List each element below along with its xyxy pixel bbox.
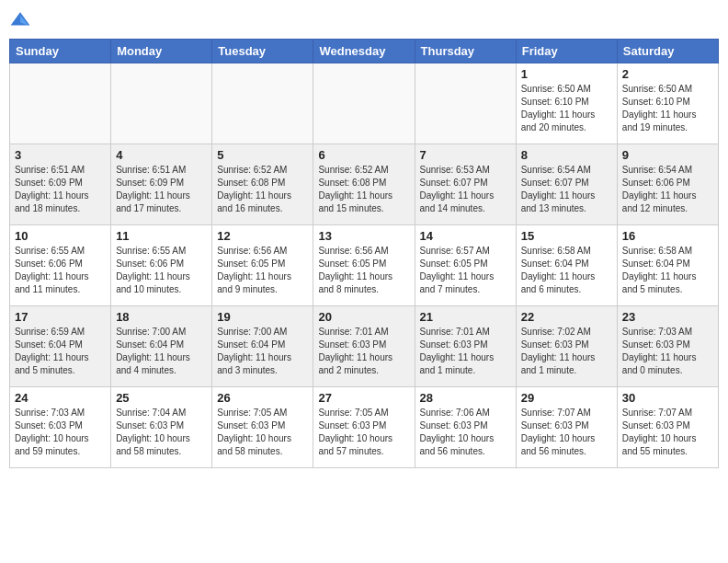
weekday-header: Tuesday xyxy=(212,40,313,63)
calendar-day-cell: 7Sunrise: 6:53 AM Sunset: 6:07 PM Daylig… xyxy=(415,144,516,225)
calendar-week-row: 17Sunrise: 6:59 AM Sunset: 6:04 PM Dayli… xyxy=(10,306,719,387)
day-info: Sunrise: 6:50 AM Sunset: 6:10 PM Dayligh… xyxy=(521,83,612,134)
weekday-header: Saturday xyxy=(617,40,718,63)
day-number: 25 xyxy=(116,391,207,405)
day-info: Sunrise: 6:55 AM Sunset: 6:06 PM Dayligh… xyxy=(116,245,207,296)
day-info: Sunrise: 6:56 AM Sunset: 6:05 PM Dayligh… xyxy=(318,245,409,296)
day-number: 5 xyxy=(217,148,308,162)
day-number: 24 xyxy=(15,391,106,405)
calendar-week-row: 10Sunrise: 6:55 AM Sunset: 6:06 PM Dayli… xyxy=(10,225,719,306)
calendar-day-cell: 11Sunrise: 6:55 AM Sunset: 6:06 PM Dayli… xyxy=(111,225,212,306)
calendar-day-cell: 14Sunrise: 6:57 AM Sunset: 6:05 PM Dayli… xyxy=(415,225,516,306)
day-info: Sunrise: 7:05 AM Sunset: 6:03 PM Dayligh… xyxy=(318,407,409,458)
day-number: 19 xyxy=(217,310,308,324)
day-number: 29 xyxy=(521,391,612,405)
day-number: 26 xyxy=(217,391,308,405)
day-number: 2 xyxy=(622,67,713,81)
calendar-day-cell: 10Sunrise: 6:55 AM Sunset: 6:06 PM Dayli… xyxy=(10,225,111,306)
calendar-day-cell: 25Sunrise: 7:04 AM Sunset: 6:03 PM Dayli… xyxy=(111,387,212,468)
day-info: Sunrise: 7:00 AM Sunset: 6:04 PM Dayligh… xyxy=(116,326,207,377)
day-info: Sunrise: 6:51 AM Sunset: 6:09 PM Dayligh… xyxy=(116,164,207,215)
page-header xyxy=(9,9,719,31)
day-info: Sunrise: 6:59 AM Sunset: 6:04 PM Dayligh… xyxy=(15,326,106,377)
day-number: 10 xyxy=(15,229,106,243)
calendar-day-cell: 12Sunrise: 6:56 AM Sunset: 6:05 PM Dayli… xyxy=(212,225,313,306)
day-number: 27 xyxy=(318,391,409,405)
calendar-day-cell: 4Sunrise: 6:51 AM Sunset: 6:09 PM Daylig… xyxy=(111,144,212,225)
day-info: Sunrise: 7:07 AM Sunset: 6:03 PM Dayligh… xyxy=(521,407,612,458)
weekday-header: Sunday xyxy=(10,40,111,63)
day-number: 13 xyxy=(318,229,409,243)
day-info: Sunrise: 7:03 AM Sunset: 6:03 PM Dayligh… xyxy=(622,326,713,377)
calendar-day-cell: 20Sunrise: 7:01 AM Sunset: 6:03 PM Dayli… xyxy=(313,306,415,387)
day-info: Sunrise: 6:58 AM Sunset: 6:04 PM Dayligh… xyxy=(622,245,713,296)
day-info: Sunrise: 6:52 AM Sunset: 6:08 PM Dayligh… xyxy=(318,164,409,215)
day-number: 7 xyxy=(420,148,511,162)
day-info: Sunrise: 7:01 AM Sunset: 6:03 PM Dayligh… xyxy=(318,326,409,377)
calendar-day-cell: 27Sunrise: 7:05 AM Sunset: 6:03 PM Dayli… xyxy=(313,387,415,468)
calendar-day-cell: 26Sunrise: 7:05 AM Sunset: 6:03 PM Dayli… xyxy=(212,387,313,468)
day-number: 17 xyxy=(15,310,106,324)
day-info: Sunrise: 7:07 AM Sunset: 6:03 PM Dayligh… xyxy=(622,407,713,458)
calendar-day-cell xyxy=(415,63,516,144)
day-number: 18 xyxy=(116,310,207,324)
day-number: 12 xyxy=(217,229,308,243)
day-number: 28 xyxy=(420,391,511,405)
day-info: Sunrise: 7:04 AM Sunset: 6:03 PM Dayligh… xyxy=(116,407,207,458)
weekday-header: Thursday xyxy=(415,40,516,63)
calendar-day-cell: 6Sunrise: 6:52 AM Sunset: 6:08 PM Daylig… xyxy=(313,144,415,225)
day-info: Sunrise: 7:05 AM Sunset: 6:03 PM Dayligh… xyxy=(217,407,308,458)
calendar-day-cell: 17Sunrise: 6:59 AM Sunset: 6:04 PM Dayli… xyxy=(10,306,111,387)
calendar-week-row: 3Sunrise: 6:51 AM Sunset: 6:09 PM Daylig… xyxy=(10,144,719,225)
calendar-week-row: 24Sunrise: 7:03 AM Sunset: 6:03 PM Dayli… xyxy=(10,387,719,468)
calendar-day-cell: 5Sunrise: 6:52 AM Sunset: 6:08 PM Daylig… xyxy=(212,144,313,225)
calendar-day-cell: 15Sunrise: 6:58 AM Sunset: 6:04 PM Dayli… xyxy=(516,225,617,306)
logo-icon xyxy=(9,9,31,31)
day-number: 30 xyxy=(622,391,713,405)
calendar-day-cell xyxy=(212,63,313,144)
day-number: 20 xyxy=(318,310,409,324)
weekday-header: Monday xyxy=(111,40,212,63)
calendar-day-cell: 29Sunrise: 7:07 AM Sunset: 6:03 PM Dayli… xyxy=(516,387,617,468)
day-number: 8 xyxy=(521,148,612,162)
day-info: Sunrise: 6:58 AM Sunset: 6:04 PM Dayligh… xyxy=(521,245,612,296)
calendar-week-row: 1Sunrise: 6:50 AM Sunset: 6:10 PM Daylig… xyxy=(10,63,719,144)
day-number: 1 xyxy=(521,67,612,81)
weekday-header: Friday xyxy=(516,40,617,63)
calendar-day-cell: 8Sunrise: 6:54 AM Sunset: 6:07 PM Daylig… xyxy=(516,144,617,225)
day-info: Sunrise: 6:51 AM Sunset: 6:09 PM Dayligh… xyxy=(15,164,106,215)
calendar-header-row: SundayMondayTuesdayWednesdayThursdayFrid… xyxy=(10,40,719,63)
calendar-day-cell: 16Sunrise: 6:58 AM Sunset: 6:04 PM Dayli… xyxy=(617,225,718,306)
day-number: 4 xyxy=(116,148,207,162)
day-info: Sunrise: 6:50 AM Sunset: 6:10 PM Dayligh… xyxy=(622,83,713,134)
day-info: Sunrise: 7:00 AM Sunset: 6:04 PM Dayligh… xyxy=(217,326,308,377)
calendar-day-cell: 21Sunrise: 7:01 AM Sunset: 6:03 PM Dayli… xyxy=(415,306,516,387)
day-number: 9 xyxy=(622,148,713,162)
calendar-day-cell: 2Sunrise: 6:50 AM Sunset: 6:10 PM Daylig… xyxy=(617,63,718,144)
day-number: 6 xyxy=(318,148,409,162)
calendar-day-cell: 22Sunrise: 7:02 AM Sunset: 6:03 PM Dayli… xyxy=(516,306,617,387)
weekday-header: Wednesday xyxy=(313,40,415,63)
calendar-day-cell: 1Sunrise: 6:50 AM Sunset: 6:10 PM Daylig… xyxy=(516,63,617,144)
day-number: 11 xyxy=(116,229,207,243)
day-number: 23 xyxy=(622,310,713,324)
day-info: Sunrise: 6:55 AM Sunset: 6:06 PM Dayligh… xyxy=(15,245,106,296)
day-info: Sunrise: 6:56 AM Sunset: 6:05 PM Dayligh… xyxy=(217,245,308,296)
calendar-day-cell: 30Sunrise: 7:07 AM Sunset: 6:03 PM Dayli… xyxy=(617,387,718,468)
day-number: 15 xyxy=(521,229,612,243)
day-number: 21 xyxy=(420,310,511,324)
day-info: Sunrise: 7:02 AM Sunset: 6:03 PM Dayligh… xyxy=(521,326,612,377)
day-info: Sunrise: 7:03 AM Sunset: 6:03 PM Dayligh… xyxy=(15,407,106,458)
calendar-day-cell xyxy=(313,63,415,144)
calendar-day-cell: 13Sunrise: 6:56 AM Sunset: 6:05 PM Dayli… xyxy=(313,225,415,306)
logo xyxy=(9,9,35,31)
calendar-day-cell: 28Sunrise: 7:06 AM Sunset: 6:03 PM Dayli… xyxy=(415,387,516,468)
day-number: 3 xyxy=(15,148,106,162)
calendar-day-cell: 23Sunrise: 7:03 AM Sunset: 6:03 PM Dayli… xyxy=(617,306,718,387)
calendar-table: SundayMondayTuesdayWednesdayThursdayFrid… xyxy=(9,39,719,468)
day-number: 16 xyxy=(622,229,713,243)
calendar-day-cell xyxy=(10,63,111,144)
day-info: Sunrise: 7:06 AM Sunset: 6:03 PM Dayligh… xyxy=(420,407,511,458)
day-info: Sunrise: 7:01 AM Sunset: 6:03 PM Dayligh… xyxy=(420,326,511,377)
calendar-day-cell: 24Sunrise: 7:03 AM Sunset: 6:03 PM Dayli… xyxy=(10,387,111,468)
